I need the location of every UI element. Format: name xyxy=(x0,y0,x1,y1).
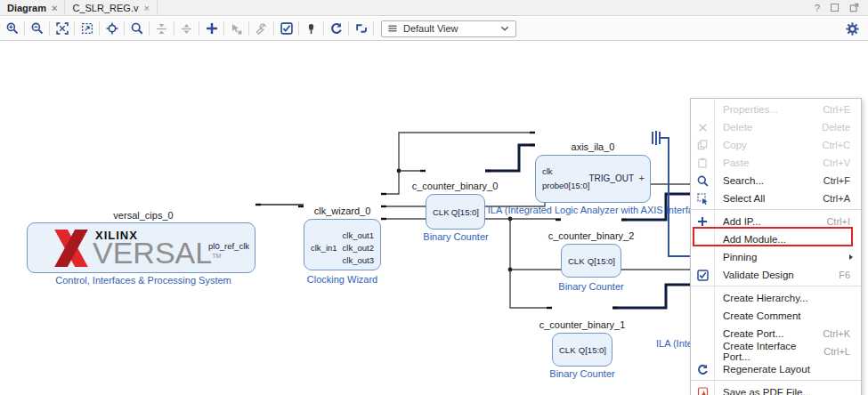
submenu-arrow-icon xyxy=(849,254,853,260)
select-all-icon xyxy=(697,193,709,205)
port-counter2-clk[interactable]: CLK xyxy=(568,256,584,266)
menu-item-select-all[interactable]: Select All Ctrl+A xyxy=(691,189,861,207)
autofit-selection-button[interactable] xyxy=(100,19,124,38)
help-icon[interactable]: ? xyxy=(815,3,820,13)
port-clk-out1[interactable]: clk_out1 xyxy=(343,230,374,240)
block-title-counter1: c_counter_binary_1 xyxy=(538,319,627,330)
port-counter1-q[interactable]: Q[15:0] xyxy=(579,345,606,355)
block-caption-counter2: Binary Counter xyxy=(555,281,628,292)
view-selector-icon xyxy=(387,23,398,34)
block-axis-ila[interactable]: clk probe0[15:0] TRIG_OUT + xyxy=(535,155,651,203)
search-icon xyxy=(697,175,709,187)
xilinx-logo xyxy=(53,228,90,269)
vivado-diagram-window: Diagram × C_SLR_REG.v × ? xyxy=(0,0,868,395)
menu-item-copy: Copy Ctrl+C xyxy=(691,136,861,154)
menu-item-create-interface-port[interactable]: Create Interface Port... Ctrl+L xyxy=(691,343,861,360)
toolbar-settings xyxy=(846,22,868,36)
menu-item-search[interactable]: Search... Ctrl+F xyxy=(691,172,861,189)
block-title-versal-cips: versal_cips_0 xyxy=(85,210,202,221)
view-selector-value: Default View xyxy=(403,23,458,34)
tab-source-file-label: C_SLR_REG.v xyxy=(72,3,138,13)
port-trig-out[interactable]: TRIG_OUT xyxy=(588,173,634,183)
collapse-hierarchy-button[interactable] xyxy=(150,19,174,38)
block-versal-cips[interactable]: XILINX VERSALTM pl0_ref_clk xyxy=(27,222,256,273)
add-ip-plus-icon xyxy=(697,216,708,227)
port-counter2-q[interactable]: Q[15:0] xyxy=(588,256,615,266)
menu-separator xyxy=(691,380,861,381)
port-clk-out3[interactable]: clk_out3 xyxy=(343,255,374,265)
menu-separator xyxy=(691,209,861,210)
port-pl0-ref-clk[interactable]: pl0_ref_clk xyxy=(208,241,249,251)
menu-item-properties: Properties... Ctrl+E xyxy=(691,101,861,118)
port-ila-probe0[interactable]: probe0[15:0] xyxy=(542,181,589,190)
make-external-button[interactable] xyxy=(224,19,248,38)
block-clk-wizard[interactable]: clk_in1 clk_out1 clk_out2 clk_out3 xyxy=(304,219,381,270)
menu-separator xyxy=(691,286,861,286)
window-controls: ? xyxy=(815,3,868,13)
menu-item-create-hierarchy[interactable]: Create Hierarchy... xyxy=(691,289,861,307)
settings-gear-icon[interactable] xyxy=(846,22,859,36)
pin-button[interactable] xyxy=(299,19,323,38)
customize-wrench-button[interactable] xyxy=(249,19,273,38)
menu-item-validate-design[interactable]: Validate Design F6 xyxy=(691,266,861,284)
wire-junction-dot xyxy=(508,268,513,272)
tab-diagram[interactable]: Diagram × xyxy=(0,0,65,15)
port-clk-out2[interactable]: clk_out2 xyxy=(343,243,374,253)
block-title-counter0: c_counter_binary_0 xyxy=(410,181,499,191)
paste-icon xyxy=(697,157,708,168)
menu-item-save-pdf[interactable]: Save as PDF File... xyxy=(691,383,861,395)
copy-icon xyxy=(697,140,708,150)
versal-wordmark: VERSALTM xyxy=(93,236,221,270)
wire-junction-dot xyxy=(508,217,513,222)
zoom-in-button[interactable] xyxy=(0,19,24,38)
menu-item-regenerate-layout[interactable]: Regenerate Layout xyxy=(691,360,861,378)
zoom-fit-button[interactable] xyxy=(50,19,74,38)
regenerate-layout-button[interactable] xyxy=(324,19,348,38)
tab-source-file[interactable]: C_SLR_REG.v × xyxy=(65,0,157,15)
delete-x-icon xyxy=(698,123,708,133)
hidden-ila-caption: ILA (Inte xyxy=(656,338,693,349)
bus-counter0-probe0 xyxy=(485,145,535,171)
validate-check-icon xyxy=(697,270,709,281)
tab-diagram-close-icon[interactable]: × xyxy=(52,3,57,13)
block-caption-versal-cips: Control, Interfaces & Processing System xyxy=(41,275,246,286)
validate-design-button[interactable] xyxy=(274,19,298,38)
port-clk-in1[interactable]: clk_in1 xyxy=(311,243,337,253)
interface-connector-icon xyxy=(653,131,660,145)
port-counter0-clk[interactable]: CLK xyxy=(433,207,449,217)
port-counter1-clk[interactable]: CLK xyxy=(559,345,575,355)
menu-item-paste: Paste Ctrl+V xyxy=(691,154,861,172)
block-caption-counter1: Binary Counter xyxy=(546,368,619,379)
menu-item-create-comment[interactable]: Create Comment xyxy=(691,307,861,325)
wire-junction-dot xyxy=(397,169,402,173)
tab-diagram-label: Diagram xyxy=(7,3,46,13)
pdf-file-icon xyxy=(697,387,709,395)
search-button[interactable] xyxy=(125,19,149,38)
port-ila-clk[interactable]: clk xyxy=(542,166,553,176)
diagram-toolbar: Default View xyxy=(0,17,868,41)
view-selector-dropdown[interactable]: Default View xyxy=(381,20,516,37)
block-title-axis-ila: axis_ila_0 xyxy=(535,141,651,152)
maximize-icon[interactable] xyxy=(831,4,839,12)
expand-hierarchy-button[interactable] xyxy=(174,19,199,38)
block-title-counter2: c_counter_binary_2 xyxy=(547,230,636,241)
zoom-to-selection-button[interactable] xyxy=(75,19,99,38)
tab-source-file-close-icon[interactable]: × xyxy=(143,3,149,13)
block-caption-counter0: Binary Counter xyxy=(419,231,492,242)
trig-out-expand-icon[interactable]: + xyxy=(639,173,645,183)
block-counter2[interactable]: CLK Q[15:0] xyxy=(561,244,621,278)
add-module-highlight-box xyxy=(693,227,853,246)
tab-bar: Diagram × C_SLR_REG.v × ? xyxy=(0,0,868,16)
block-counter1[interactable]: CLK Q[15:0] xyxy=(552,333,612,367)
context-menu: Properties... Ctrl+E Delete Delete Copy … xyxy=(690,98,862,395)
block-caption-axis-ila: ILA (Integrated Logic Analyzer with AXIS… xyxy=(473,205,722,215)
menu-item-create-port[interactable]: Create Port... Ctrl+K xyxy=(691,325,861,343)
float-window-icon[interactable] xyxy=(849,3,859,12)
add-ip-button[interactable] xyxy=(199,19,223,38)
zoom-out-button[interactable] xyxy=(25,19,49,38)
interface-connections-button[interactable] xyxy=(349,19,373,38)
block-caption-clk-wizard: Clocking Wizard xyxy=(297,274,387,285)
menu-item-pinning[interactable]: Pinning xyxy=(691,248,861,266)
block-title-clk-wizard: clk_wizard_0 xyxy=(304,206,381,216)
menu-item-delete: Delete Delete xyxy=(691,118,861,136)
